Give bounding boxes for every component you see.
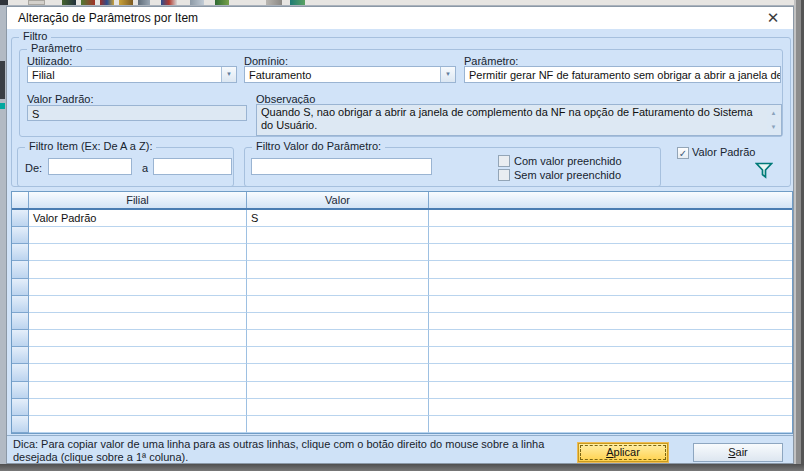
cell-valor[interactable]: S [247,210,429,227]
row-selector[interactable] [12,210,29,227]
cell-extra[interactable] [429,296,792,313]
cell-valor[interactable] [247,296,429,313]
dominio-combobox[interactable]: Faturamento ▼ [244,66,456,83]
cell-valor[interactable] [247,347,429,364]
toolbar-icon-fragment[interactable] [161,0,177,5]
cell-filial[interactable]: Valor Padrão [29,210,247,227]
cell-extra[interactable] [429,244,792,261]
scroll-down-icon[interactable]: ▼ [767,120,780,134]
cell-extra[interactable] [429,330,792,347]
row-selector[interactable] [12,416,29,433]
toolbar-icon-fragment[interactable] [0,0,8,5]
chevron-down-icon[interactable]: ▼ [221,67,236,82]
cell-filial[interactable] [29,399,247,416]
aplicar-button[interactable]: Aplicar [578,443,668,462]
row-selector[interactable] [12,313,29,330]
filtro-valor-input[interactable] [251,158,432,175]
scroll-up-icon[interactable]: ▲ [767,106,780,120]
header-filial[interactable]: Filial [29,192,247,208]
table-row[interactable] [12,296,792,313]
cell-filial[interactable] [29,261,247,278]
toolbar-icon-fragment[interactable] [290,0,305,5]
cell-extra[interactable] [429,399,792,416]
row-selector[interactable] [12,296,29,313]
cell-extra[interactable] [429,210,792,227]
cell-extra[interactable] [429,261,792,278]
cell-filial[interactable] [29,347,247,364]
cell-extra[interactable] [429,364,792,381]
table-row[interactable]: Valor PadrãoS [12,210,792,227]
row-selector[interactable] [12,364,29,381]
valor-padrao-checkbox[interactable]: ✓ [677,147,689,159]
toolbar-icon-fragment[interactable] [100,0,114,5]
cell-valor[interactable] [247,382,429,399]
sem-valor-checkbox[interactable] [498,169,510,181]
row-selector[interactable] [12,227,29,244]
row-selector[interactable] [12,330,29,347]
chevron-down-icon[interactable]: ▼ [440,67,455,82]
cell-valor[interactable] [247,279,429,296]
row-selector[interactable] [12,347,29,364]
cell-filial[interactable] [29,416,247,433]
row-selector[interactable] [12,261,29,278]
cell-filial[interactable] [29,313,247,330]
cell-valor[interactable] [247,364,429,381]
cell-extra[interactable] [429,347,792,364]
toolbar-icon-fragment[interactable] [119,0,133,5]
cell-filial[interactable] [29,227,247,244]
row-selector[interactable] [12,382,29,399]
cell-filial[interactable] [29,279,247,296]
table-row[interactable] [12,244,792,261]
toolbar-icon-fragment[interactable] [62,0,76,5]
cell-extra[interactable] [429,416,792,433]
toolbar-icon-fragment[interactable] [190,0,204,5]
filtro-de-input[interactable] [48,158,132,175]
table-row[interactable] [12,364,792,381]
table-row[interactable] [12,313,792,330]
cell-filial[interactable] [29,330,247,347]
table-row[interactable] [12,330,792,347]
toolbar-icon-fragment[interactable] [266,0,282,5]
cell-extra[interactable] [429,279,792,296]
cell-valor[interactable] [247,244,429,261]
row-selector[interactable] [12,399,29,416]
table-row[interactable] [12,227,792,244]
observacao-scrollbar[interactable]: ▲ ▼ [767,106,780,134]
table-row[interactable] [12,382,792,399]
row-selector[interactable] [12,244,29,261]
table-row[interactable] [12,416,792,433]
table-row[interactable] [12,279,792,296]
table-row[interactable] [12,261,792,278]
cell-valor[interactable] [247,416,429,433]
toolbar-icon-fragment[interactable] [28,0,45,5]
cell-valor[interactable] [247,227,429,244]
cell-filial[interactable] [29,382,247,399]
cell-valor[interactable] [247,399,429,416]
cell-extra[interactable] [429,227,792,244]
table-row[interactable] [12,347,792,364]
cell-valor[interactable] [247,313,429,330]
sair-button[interactable]: Sair [693,443,783,462]
cell-extra[interactable] [429,382,792,399]
filtro-a-input[interactable] [153,158,232,175]
observacao-text: Quando S, nao obrigar a abrir a janela d… [261,106,753,131]
toolbar-icon-fragment[interactable] [215,0,229,5]
cell-filial[interactable] [29,364,247,381]
sair-button-label: Sair [694,444,782,461]
toolbar-icon-fragment[interactable] [81,0,95,5]
header-valor[interactable]: Valor [247,192,429,208]
cell-valor[interactable] [247,330,429,347]
parametro-input[interactable]: Permitir gerar NF de faturamento sem obr… [464,66,781,83]
filter-funnel-icon[interactable] [755,162,773,183]
close-icon[interactable]: ✕ [764,9,782,27]
utilizado-combobox[interactable]: Filial ▼ [27,66,237,83]
cell-filial[interactable] [29,296,247,313]
background-bottom-edge [0,464,804,471]
cell-extra[interactable] [429,313,792,330]
table-row[interactable] [12,399,792,416]
toolbar-icon-fragment[interactable] [138,0,150,5]
cell-filial[interactable] [29,244,247,261]
com-valor-checkbox[interactable] [498,155,510,167]
row-selector[interactable] [12,279,29,296]
cell-valor[interactable] [247,261,429,278]
